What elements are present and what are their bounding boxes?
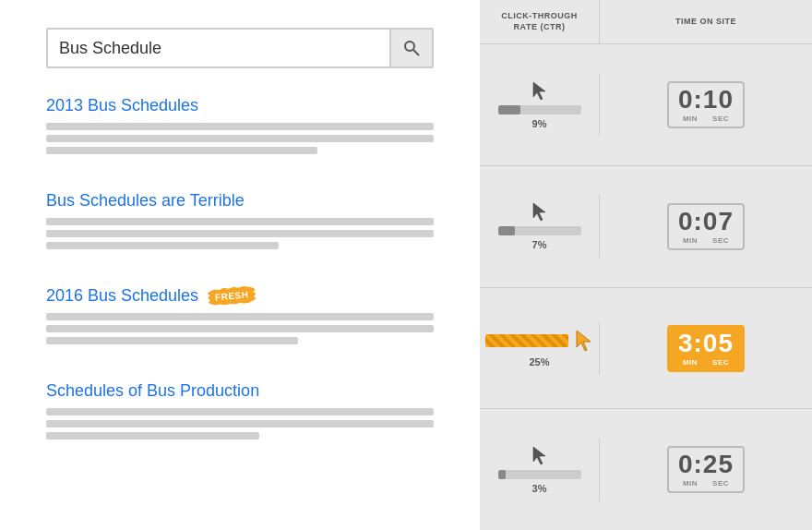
tos-cell: 0:07MINSEC <box>600 196 812 258</box>
ctr-bar-container <box>498 470 581 479</box>
cursor-active-icon <box>574 329 594 353</box>
time-display: 3:05MINSEC <box>667 325 745 372</box>
result-title[interactable]: 2013 Bus Schedules <box>46 96 434 115</box>
result-line <box>46 432 259 440</box>
time-labels: MINSEC <box>683 114 729 123</box>
result-line <box>46 337 298 344</box>
cursor-icon <box>531 81 548 102</box>
time-display: 0:25MINSEC <box>667 446 745 493</box>
ctr-label: 7% <box>532 239 547 250</box>
result-lines <box>46 313 434 344</box>
data-row: 3%0:25MINSEC <box>480 409 812 530</box>
search-input[interactable] <box>48 30 389 66</box>
sec-label: SEC <box>712 114 729 123</box>
result-title[interactable]: 2016 Bus SchedulesFRESH <box>46 286 434 306</box>
result-line <box>46 408 434 416</box>
tos-column-header: TIME ON SITE <box>600 0 812 43</box>
ctr-bar <box>498 105 520 114</box>
time-value: 3:05 <box>678 331 734 356</box>
ctr-label: 9% <box>532 118 547 129</box>
search-icon <box>402 39 421 57</box>
svg-point-0 <box>405 42 414 51</box>
result-title[interactable]: Bus Schedules are Terrible <box>46 191 434 211</box>
result-line <box>46 218 434 225</box>
ctr-bar-active <box>485 334 568 347</box>
sec-label: SEC <box>712 358 729 367</box>
ctr-bar-container <box>498 226 581 235</box>
min-label: MIN <box>683 114 698 123</box>
tos-cell: 0:10MINSEC <box>600 74 812 136</box>
result-line <box>46 420 434 428</box>
result-item: Schedules of Bus Production <box>46 381 434 458</box>
ctr-cell: 3% <box>480 439 600 501</box>
data-row: 25%3:05MINSEC <box>480 288 812 410</box>
result-item: 2013 Bus Schedules <box>46 96 434 173</box>
ctr-cell: 9% <box>480 74 600 137</box>
ctr-label: 3% <box>532 483 547 494</box>
result-title[interactable]: Schedules of Bus Production <box>46 381 434 401</box>
ctr-cell: 25% <box>480 321 600 375</box>
data-row: 7%0:07MINSEC <box>480 166 812 288</box>
result-item: Bus Schedules are Terrible <box>46 191 434 268</box>
result-line <box>46 313 434 320</box>
fresh-badge: FRESH <box>207 285 257 307</box>
search-box <box>46 28 434 68</box>
ctr-label: 25% <box>529 356 549 367</box>
result-lines <box>46 123 434 154</box>
ctr-cell: 7% <box>480 195 600 258</box>
right-header: CLICK-THROUGHRATE (CTR) TIME ON SITE <box>480 0 812 44</box>
result-item: 2016 Bus SchedulesFRESH <box>46 286 434 363</box>
results-list: 2013 Bus SchedulesBus Schedules are Terr… <box>46 96 434 502</box>
right-panel: CLICK-THROUGHRATE (CTR) TIME ON SITE 9%0… <box>480 0 812 530</box>
min-label: MIN <box>683 479 698 488</box>
ctr-bar-container <box>498 105 581 114</box>
sec-label: SEC <box>712 479 729 488</box>
result-line <box>46 242 279 249</box>
right-data-rows: 9%0:10MINSEC7%0:07MINSEC25%3:05MINSEC3%0… <box>480 44 812 530</box>
data-row: 9%0:10MINSEC <box>480 44 812 166</box>
min-label: MIN <box>683 236 698 245</box>
ctr-bar <box>498 226 516 235</box>
sec-label: SEC <box>712 236 729 245</box>
svg-line-1 <box>413 50 419 55</box>
result-line <box>46 123 434 130</box>
time-labels: MINSEC <box>683 236 729 245</box>
ctr-column-header: CLICK-THROUGHRATE (CTR) <box>480 0 600 43</box>
time-labels: MINSEC <box>683 358 729 367</box>
cursor-icon <box>531 202 548 223</box>
ctr-bar <box>498 470 506 479</box>
result-line <box>46 325 434 332</box>
tos-cell: 3:05MINSEC <box>600 318 812 379</box>
min-label: MIN <box>683 358 698 367</box>
result-line <box>46 230 434 237</box>
time-value: 0:25 <box>678 452 734 477</box>
cursor-icon <box>531 446 548 466</box>
search-button[interactable] <box>389 30 432 66</box>
result-line <box>46 147 317 154</box>
time-value: 0:10 <box>678 87 734 113</box>
time-labels: MINSEC <box>683 479 729 488</box>
time-display: 0:10MINSEC <box>667 81 745 128</box>
tos-cell: 0:25MINSEC <box>600 439 812 500</box>
result-lines <box>46 218 434 249</box>
result-lines <box>46 408 434 440</box>
left-panel: 2013 Bus SchedulesBus Schedules are Terr… <box>0 0 480 530</box>
time-display: 0:07MINSEC <box>667 203 745 250</box>
time-value: 0:07 <box>678 209 734 235</box>
result-line <box>46 135 434 142</box>
